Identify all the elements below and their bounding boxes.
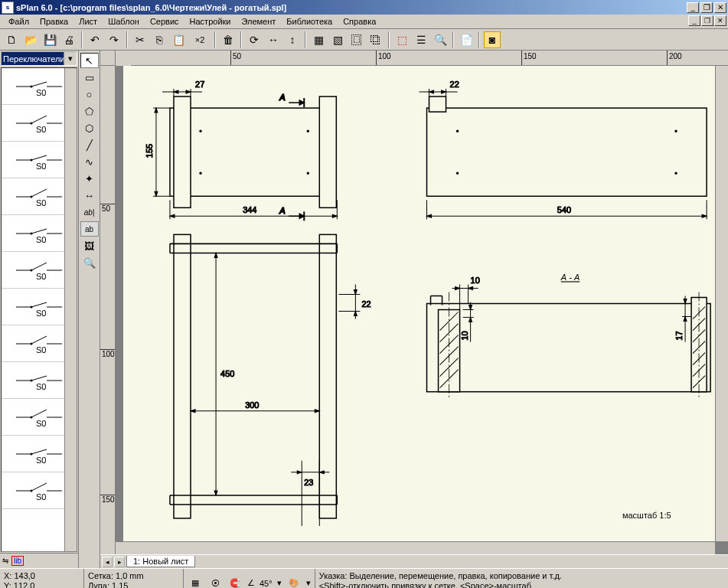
svg-rect-62 <box>319 96 336 207</box>
find-button[interactable]: 🔍 <box>432 31 449 48</box>
open-button[interactable]: 📂 <box>22 31 39 48</box>
node-tool[interactable]: ✦ <box>80 171 99 186</box>
menu-settings[interactable]: Настройки <box>184 15 237 28</box>
select-all-button[interactable]: ⬚ <box>393 31 410 48</box>
dim-300: 300 <box>245 400 259 410</box>
sheet-tab-1[interactable]: 1: Новый лист <box>126 556 195 567</box>
library-scrollbar[interactable] <box>64 68 77 551</box>
svg-point-66 <box>307 172 309 174</box>
cut-button[interactable]: ✂ <box>132 31 149 48</box>
color-icon[interactable]: 🎨 <box>286 576 302 589</box>
library-category-combo[interactable]: Переключатели <box>1 51 77 66</box>
tab-prev-button[interactable]: ◂ <box>102 557 113 567</box>
svg-point-53 <box>31 452 33 455</box>
maximize-button[interactable]: ❐ <box>700 2 713 13</box>
dim-22b: 22 <box>361 299 371 309</box>
svg-point-63 <box>200 130 201 132</box>
svg-rect-80 <box>427 108 707 196</box>
pointer-tool[interactable]: ↖ <box>80 53 99 68</box>
menu-edit[interactable]: Правка <box>34 15 73 28</box>
dim-10b: 10 <box>460 331 469 340</box>
svg-rect-81 <box>429 96 446 112</box>
svg-line-46 <box>31 410 47 417</box>
svg-text:S0: S0 <box>36 88 46 97</box>
vertical-scrollbar[interactable] <box>715 66 728 541</box>
menubar: Файл Правка Лист Шаблон Сервис Настройки… <box>0 15 728 29</box>
dim-344: 344 <box>243 205 256 214</box>
angle-menu-icon[interactable]: ▾ <box>277 578 282 588</box>
snap-icon[interactable]: ⦿ <box>207 576 223 589</box>
svg-text:S0: S0 <box>36 382 46 391</box>
menu-file[interactable]: Файл <box>3 15 34 28</box>
poly-tool[interactable]: ⬡ <box>80 120 99 136</box>
close-button[interactable]: ✕ <box>714 2 726 13</box>
ungroup-button[interactable]: ⿻ <box>367 31 384 48</box>
image-tool[interactable]: 🖼 <box>80 238 99 253</box>
save-button[interactable]: 💾 <box>41 31 58 48</box>
magnet-icon[interactable]: 🧲 <box>227 576 243 589</box>
rotate-button[interactable]: ⟳ <box>246 31 263 48</box>
section-a-bot: А <box>279 206 285 215</box>
color-menu-icon[interactable]: ▾ <box>306 578 311 588</box>
menu-library[interactable]: Библиотека <box>281 15 338 28</box>
group-button[interactable]: ⿴ <box>348 31 365 48</box>
undo-button[interactable]: ↶ <box>87 31 103 48</box>
svg-point-65 <box>307 130 309 132</box>
menu-sheet[interactable]: Лист <box>73 15 103 28</box>
bezier-tool[interactable]: ∿ <box>80 154 99 169</box>
text-tool[interactable]: ab| <box>80 204 99 220</box>
main-toolbar: 🗋 📂 💾 🖨 ↶ ↷ ✂ ⎘ 📋 ×2 🗑 ⟳ ↔ ↕ ▦ ▧ ⿴ ⿻ ⬚ ☰… <box>0 29 728 51</box>
delete-button[interactable]: 🗑 <box>220 31 237 48</box>
menu-help[interactable]: Справка <box>338 15 381 28</box>
horizontal-ruler: 50100150200 <box>131 51 728 66</box>
mdi-minimize-button[interactable]: _ <box>688 15 700 26</box>
tab-next-button[interactable]: ▸ <box>114 557 125 567</box>
svg-line-31 <box>31 302 47 307</box>
grid-icon[interactable]: ▦ <box>188 576 203 589</box>
ruler-tick: 100 <box>100 349 116 358</box>
copy-button[interactable]: ⎘ <box>151 31 168 48</box>
svg-text:S0: S0 <box>36 235 46 244</box>
svg-line-41 <box>31 376 47 381</box>
circle-tool[interactable]: ○ <box>80 87 99 102</box>
mdi-restore-button[interactable]: ❐ <box>701 15 713 26</box>
menu-service[interactable]: Сервис <box>145 15 184 28</box>
rectangle-tool[interactable]: ▭ <box>80 70 99 85</box>
dimension-tool[interactable]: ↔ <box>80 188 99 203</box>
svg-point-28 <box>31 269 33 271</box>
print-button[interactable]: 🖨 <box>60 31 77 48</box>
mirror-h-button[interactable]: ↔ <box>265 31 282 48</box>
send-back-button[interactable]: ▧ <box>329 31 346 48</box>
dim-23: 23 <box>304 478 313 487</box>
mirror-v-button[interactable]: ↕ <box>284 31 301 48</box>
angle-icon: ∠ <box>247 578 255 588</box>
mdi-close-button[interactable]: ✕ <box>714 15 726 26</box>
titlebar: s sPlan 6.0 - [c:\program files\splan_6.… <box>0 0 728 15</box>
zoom-tool[interactable]: 🔍 <box>80 255 99 270</box>
redo-button[interactable]: ↷ <box>106 31 122 48</box>
menu-element[interactable]: Элемент <box>236 15 281 28</box>
library-list: S0S0S0S0S0S0S0S0S0S0S0S0 <box>1 67 77 552</box>
svg-point-13 <box>31 158 33 161</box>
list-button[interactable]: 📄 <box>458 31 475 48</box>
duplicate-button[interactable]: ×2 <box>189 31 211 48</box>
svg-line-1 <box>31 82 47 87</box>
horizontal-scrollbar[interactable] <box>116 541 715 554</box>
paste-button[interactable]: 📋 <box>170 31 187 48</box>
svg-rect-93 <box>319 234 336 518</box>
canvas[interactable]: 27 155 <box>116 66 728 554</box>
lib-edit-icon[interactable]: lib <box>11 556 24 566</box>
svg-text:S0: S0 <box>36 419 46 428</box>
shape-tool[interactable]: ⬠ <box>80 103 99 119</box>
ruler-tick: 150 <box>521 51 537 66</box>
svg-text:S0: S0 <box>36 162 46 171</box>
svg-point-8 <box>31 122 33 124</box>
viewer-button[interactable]: ◙ <box>484 31 501 48</box>
menu-template[interactable]: Шаблон <box>103 15 145 28</box>
bring-front-button[interactable]: ▦ <box>310 31 327 48</box>
label-tool[interactable]: ab <box>80 221 99 237</box>
props-button[interactable]: ☰ <box>413 31 429 48</box>
new-button[interactable]: 🗋 <box>3 31 20 48</box>
minimize-button[interactable]: _ <box>687 2 699 13</box>
line-tool[interactable]: ╱ <box>80 137 99 152</box>
